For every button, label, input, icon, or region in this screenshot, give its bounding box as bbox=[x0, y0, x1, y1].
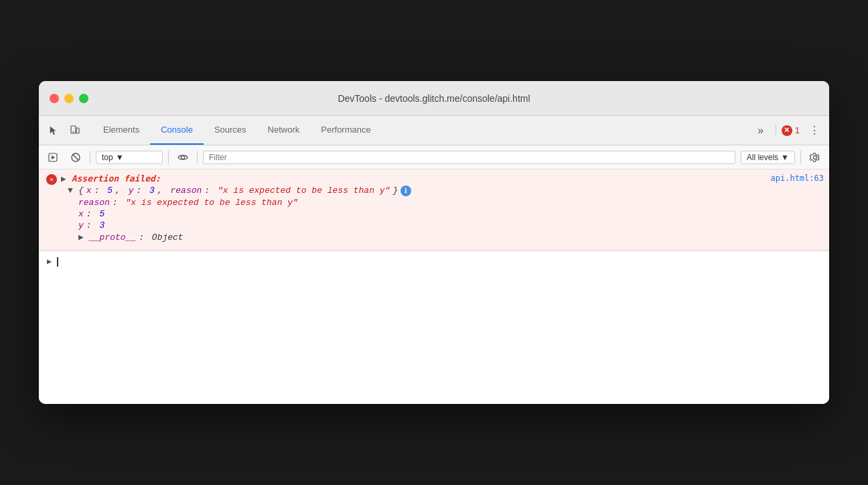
console-divider-4 bbox=[800, 151, 801, 164]
toolbar-icons bbox=[44, 121, 84, 140]
console-toolbar: top ▼ All levels ▼ bbox=[39, 145, 829, 169]
tabs: Elements Console Sources Network Perform… bbox=[92, 116, 743, 145]
proto-line: ▶ __proto__ : Object bbox=[78, 231, 818, 243]
window-controls bbox=[50, 94, 88, 103]
console-divider-2 bbox=[168, 151, 169, 164]
play-icon bbox=[48, 153, 58, 162]
eye-icon bbox=[177, 152, 188, 163]
context-label: top bbox=[102, 153, 113, 162]
console-settings-button[interactable] bbox=[806, 149, 824, 166]
maximize-button[interactable] bbox=[79, 94, 88, 103]
device-icon bbox=[70, 125, 80, 136]
console-input-row: ▶ bbox=[39, 251, 829, 272]
assertion-error-line: ✕ ▶ Assertion failed: api.html:63 bbox=[46, 174, 824, 185]
assertion-text: Assertion failed: bbox=[72, 174, 161, 184]
toolbar-divider bbox=[776, 124, 776, 137]
devtools-menu-button[interactable]: ⋮ bbox=[805, 121, 824, 140]
device-toolbar-button[interactable] bbox=[66, 121, 84, 140]
proto-toggle[interactable]: ▶ bbox=[78, 232, 86, 242]
tab-performance[interactable]: Performance bbox=[310, 116, 381, 145]
minimize-button[interactable] bbox=[64, 94, 74, 103]
more-tabs-button[interactable]: » bbox=[751, 121, 770, 140]
context-arrow: ▼ bbox=[116, 153, 124, 162]
console-error-row: ✕ ▶ Assertion failed: api.html:63 ▼ { x:… bbox=[39, 169, 829, 251]
clear-console-button[interactable] bbox=[67, 149, 84, 166]
expand-toggle[interactable]: ▶ bbox=[61, 174, 66, 184]
titlebar: DevTools - devtools.glitch.me/console/ap… bbox=[39, 81, 829, 116]
error-object-tree: ▼ { x: 5, y: 3, reason: "x is expected t… bbox=[46, 185, 824, 246]
y-line: y : 3 bbox=[78, 220, 818, 231]
prompt-arrow: ▶ bbox=[47, 257, 52, 267]
close-button[interactable] bbox=[50, 94, 59, 103]
svg-rect-1 bbox=[76, 128, 79, 133]
tab-console[interactable]: Console bbox=[150, 116, 204, 145]
filter-input[interactable] bbox=[203, 151, 735, 164]
levels-selector[interactable]: All levels ▼ bbox=[741, 151, 795, 164]
devtools-toolbar: Elements Console Sources Network Perform… bbox=[39, 116, 829, 145]
info-icon[interactable]: ℹ bbox=[401, 186, 411, 196]
console-divider-1 bbox=[90, 151, 90, 164]
reason-property: reason : "x is expected to be less than … bbox=[68, 197, 818, 243]
toolbar-right: » ✕ 1 ⋮ bbox=[751, 121, 824, 140]
object-toggle[interactable]: ▼ bbox=[68, 186, 76, 196]
eye-button[interactable] bbox=[174, 149, 192, 166]
x-line: x : 5 bbox=[78, 208, 818, 220]
error-count: 1 bbox=[795, 125, 800, 135]
error-icon: ✕ bbox=[46, 174, 57, 185]
block-icon bbox=[70, 152, 81, 163]
levels-label: All levels bbox=[747, 153, 778, 162]
window-title: DevTools - devtools.glitch.me/console/ap… bbox=[338, 93, 530, 104]
svg-marker-4 bbox=[52, 155, 55, 159]
cursor-icon bbox=[48, 125, 59, 136]
console-output: ✕ ▶ Assertion failed: api.html:63 ▼ { x:… bbox=[39, 169, 829, 404]
svg-point-8 bbox=[814, 155, 817, 159]
error-badge-icon: ✕ bbox=[782, 125, 792, 136]
reason-line: reason : "x is expected to be less than … bbox=[78, 197, 818, 208]
run-snippets-button[interactable] bbox=[44, 149, 62, 166]
svg-point-7 bbox=[182, 155, 185, 159]
console-divider-3 bbox=[197, 151, 198, 164]
console-cursor bbox=[57, 257, 58, 267]
devtools-window: DevTools - devtools.glitch.me/console/ap… bbox=[39, 81, 829, 404]
context-selector[interactable]: top ▼ bbox=[96, 151, 163, 164]
error-badge: ✕ 1 bbox=[782, 125, 800, 136]
file-link[interactable]: api.html:63 bbox=[771, 174, 824, 183]
svg-line-6 bbox=[73, 154, 79, 160]
levels-arrow: ▼ bbox=[781, 153, 789, 162]
object-preview-line: ▼ { x: 5, y: 3, reason: "x is expected t… bbox=[68, 185, 818, 197]
tab-network[interactable]: Network bbox=[257, 116, 311, 145]
tab-sources[interactable]: Sources bbox=[204, 116, 257, 145]
inspect-element-button[interactable] bbox=[44, 121, 63, 140]
gear-icon bbox=[810, 152, 820, 163]
tab-elements[interactable]: Elements bbox=[92, 116, 150, 145]
